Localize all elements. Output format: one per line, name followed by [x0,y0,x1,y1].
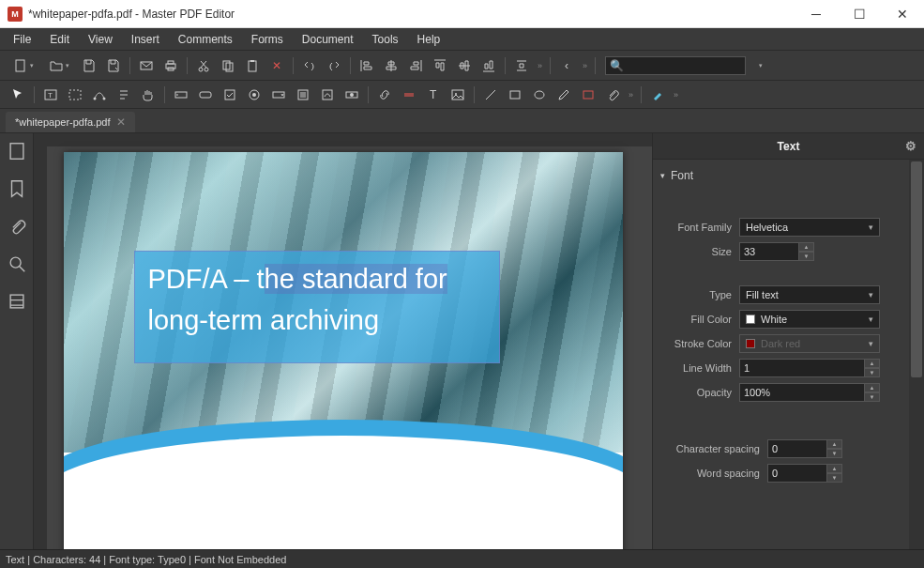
paste-button[interactable] [242,55,263,76]
marker-more-icon[interactable]: » [672,90,680,100]
save-as-button[interactable] [103,55,124,76]
align-left-icon[interactable] [356,55,377,76]
svg-rect-17 [200,92,211,98]
menu-file[interactable]: File [6,30,38,49]
signature-tool[interactable] [317,84,338,105]
tab-close-icon[interactable]: ✕ [116,115,126,129]
attachment-tool[interactable] [602,84,623,105]
search-box[interactable]: 🔍 [605,56,746,75]
font-size-spinner[interactable]: ▲▼ [739,242,814,261]
char-spacing-spinner[interactable]: ▲▼ [767,439,842,458]
distribute-icon[interactable] [511,55,532,76]
undo-button[interactable] [299,55,320,76]
delete-button[interactable]: ✕ [266,55,287,76]
copy-button[interactable] [218,55,238,76]
cut-button[interactable] [193,55,214,76]
menu-help[interactable]: Help [410,30,448,49]
link-tool[interactable] [341,84,362,105]
link-annotation-tool[interactable] [374,84,395,105]
type-label: Type [666,289,739,300]
ellipse-tool[interactable] [529,84,550,105]
pointer-tool[interactable] [8,84,28,105]
print-button[interactable] [160,55,181,76]
panel-scrollbar[interactable] [909,160,924,549]
layers-icon[interactable] [7,291,27,312]
minimize-button[interactable]: ─ [795,0,838,27]
nav-more-icon[interactable]: » [581,61,589,70]
maximize-button[interactable]: ☐ [838,0,881,27]
edit-vector-tool[interactable] [89,84,110,105]
selected-text-box[interactable]: PDF/A – the standard for long-term archi… [134,251,500,363]
radio-tool[interactable] [244,84,265,105]
char-spacing-input[interactable] [767,439,827,458]
fill-color-combo[interactable]: White [739,310,880,329]
menu-view[interactable]: View [81,30,120,49]
edit-forms-tool[interactable] [65,84,85,105]
align-bottom-icon[interactable] [478,55,499,76]
select-text-tool[interactable] [114,84,134,105]
marker-tool[interactable] [647,84,668,105]
thumbnails-icon[interactable] [7,141,27,161]
align-middle-icon[interactable] [454,55,475,76]
listbox-tool[interactable] [293,84,313,105]
tools-more-icon[interactable]: » [627,90,635,100]
menu-insert[interactable]: Insert [124,30,167,49]
prev-page-button[interactable]: ‹ [556,55,577,76]
pencil-tool[interactable] [553,84,574,105]
edit-text-tool[interactable]: T [40,84,61,105]
word-spacing-input[interactable] [767,464,827,483]
left-sidebar [0,133,34,549]
menu-document[interactable]: Document [295,30,361,49]
email-button[interactable] [136,55,157,76]
align-center-h-icon[interactable] [381,55,401,76]
text-line-1[interactable]: PDF/A – the standard for [148,259,486,300]
menu-edit[interactable]: Edit [42,30,77,49]
checkbox-tool[interactable] [220,84,240,105]
close-window-button[interactable]: ✕ [881,0,924,27]
text-field-tool[interactable] [171,84,191,105]
highlight-tool[interactable] [399,84,419,105]
search-input[interactable] [624,60,741,71]
search-options-button[interactable] [750,55,770,76]
font-family-combo[interactable]: Helvetica [739,218,880,237]
svg-rect-9 [249,61,256,71]
open-button[interactable] [43,55,75,76]
hand-tool[interactable] [138,84,159,105]
svg-point-6 [204,68,208,71]
bookmarks-icon[interactable] [7,178,27,199]
opacity-input[interactable] [739,383,865,402]
align-right-icon[interactable] [405,55,426,76]
svg-rect-33 [10,144,23,160]
text-line-2[interactable]: long-term archiving [148,300,486,342]
svg-point-5 [199,68,203,71]
attachments-icon[interactable] [7,216,27,237]
word-spacing-spinner[interactable]: ▲▼ [767,464,842,483]
text-tool[interactable]: T [423,84,444,105]
menu-comments[interactable]: Comments [171,30,240,49]
redo-button[interactable] [324,55,344,76]
save-button[interactable] [79,55,99,76]
rectangle-annot-tool[interactable] [578,84,598,105]
line-width-spinner[interactable]: ▲▼ [739,359,880,377]
panel-settings-icon[interactable]: ⚙ [905,139,916,153]
menu-tools[interactable]: Tools [365,30,406,49]
button-field-tool[interactable] [195,84,216,105]
pdf-page[interactable]: PDF/A – the standard for long-term archi… [64,152,623,549]
rectangle-tool[interactable] [505,84,525,105]
canvas-area[interactable]: PDF/A – the standard for long-term archi… [34,133,652,549]
menu-forms[interactable]: Forms [244,30,291,49]
font-size-input[interactable] [739,242,799,261]
type-combo[interactable]: Fill text [739,285,880,304]
align-top-icon[interactable] [430,55,450,76]
line-width-input[interactable] [739,359,865,377]
line-tool[interactable] [480,84,501,105]
new-document-button[interactable] [8,55,39,76]
toolbar-more-icon[interactable]: » [536,61,544,70]
image-tool[interactable] [447,84,468,105]
search-panel-icon[interactable] [7,253,27,274]
font-section-header[interactable]: ▾ Font [659,165,915,186]
document-tab[interactable]: *whitepaper-pdfa.pdf ✕ [6,112,135,132]
opacity-spinner[interactable]: ▲▼ [739,383,880,402]
combobox-tool[interactable] [268,84,289,105]
char-spacing-label: Character spacing [666,443,767,454]
